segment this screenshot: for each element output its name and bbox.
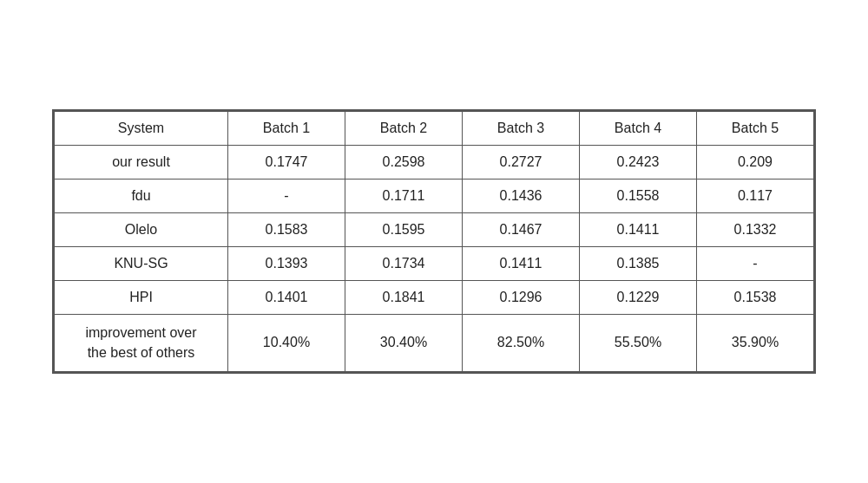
header-batch3: Batch 3 bbox=[463, 112, 580, 146]
table-row: our result0.17470.25980.27270.24230.209 bbox=[55, 146, 814, 179]
cell-system-fdu: fdu bbox=[55, 179, 228, 213]
header-system: System bbox=[55, 112, 228, 146]
cell-batch3-hpi: 0.1296 bbox=[463, 281, 580, 315]
cell-system-knu-sg: KNU-SG bbox=[55, 247, 228, 281]
cell-batch4-our-result: 0.2423 bbox=[580, 146, 697, 179]
table-row: HPI0.14010.18410.12960.12290.1538 bbox=[55, 281, 814, 315]
cell-batch4-olelo: 0.1411 bbox=[580, 213, 697, 247]
cell-batch2-fdu: 0.1711 bbox=[345, 179, 463, 213]
cell-batch2-olelo: 0.1595 bbox=[345, 213, 463, 247]
cell-batch2-our-result: 0.2598 bbox=[345, 146, 463, 179]
cell-system-improvement: improvement overthe best of others bbox=[55, 315, 228, 372]
cell-system-olelo: Olelo bbox=[55, 213, 228, 247]
cell-batch3-fdu: 0.1436 bbox=[463, 179, 580, 213]
cell-batch1-olelo: 0.1583 bbox=[228, 213, 345, 247]
cell-system-hpi: HPI bbox=[55, 281, 228, 315]
cell-batch4-hpi: 0.1229 bbox=[580, 281, 697, 315]
cell-batch3-olelo: 0.1467 bbox=[463, 213, 580, 247]
table-row: KNU-SG0.13930.17340.14110.1385- bbox=[55, 247, 814, 281]
header-batch4: Batch 4 bbox=[580, 112, 697, 146]
cell-batch2-hpi: 0.1841 bbox=[345, 281, 463, 315]
cell-batch4-knu-sg: 0.1385 bbox=[580, 247, 697, 281]
cell-batch5-improvement: 35.90% bbox=[697, 315, 814, 372]
table-header-row: System Batch 1 Batch 2 Batch 3 Batch 4 B… bbox=[55, 112, 814, 146]
cell-batch4-fdu: 0.1558 bbox=[580, 179, 697, 213]
table-row: fdu-0.17110.14360.15580.117 bbox=[55, 179, 814, 213]
cell-batch5-fdu: 0.117 bbox=[697, 179, 814, 213]
cell-batch5-knu-sg: - bbox=[697, 247, 814, 281]
cell-batch2-knu-sg: 0.1734 bbox=[345, 247, 463, 281]
cell-batch3-our-result: 0.2727 bbox=[463, 146, 580, 179]
cell-system-our-result: our result bbox=[55, 146, 228, 179]
cell-batch1-hpi: 0.1401 bbox=[228, 281, 345, 315]
comparison-table: System Batch 1 Batch 2 Batch 3 Batch 4 B… bbox=[52, 109, 816, 374]
table-row: improvement overthe best of others10.40%… bbox=[55, 315, 814, 372]
cell-batch1-improvement: 10.40% bbox=[228, 315, 345, 372]
cell-batch5-our-result: 0.209 bbox=[697, 146, 814, 179]
cell-batch1-knu-sg: 0.1393 bbox=[228, 247, 345, 281]
table-row: Olelo0.15830.15950.14670.14110.1332 bbox=[55, 213, 814, 247]
cell-batch3-knu-sg: 0.1411 bbox=[463, 247, 580, 281]
cell-batch4-improvement: 55.50% bbox=[580, 315, 697, 372]
cell-batch1-our-result: 0.1747 bbox=[228, 146, 345, 179]
cell-batch5-hpi: 0.1538 bbox=[697, 281, 814, 315]
header-batch2: Batch 2 bbox=[345, 112, 463, 146]
header-batch5: Batch 5 bbox=[697, 112, 814, 146]
cell-batch3-improvement: 82.50% bbox=[463, 315, 580, 372]
cell-batch1-fdu: - bbox=[228, 179, 345, 213]
header-batch1: Batch 1 bbox=[228, 112, 345, 146]
cell-batch2-improvement: 30.40% bbox=[345, 315, 463, 372]
cell-batch5-olelo: 0.1332 bbox=[697, 213, 814, 247]
